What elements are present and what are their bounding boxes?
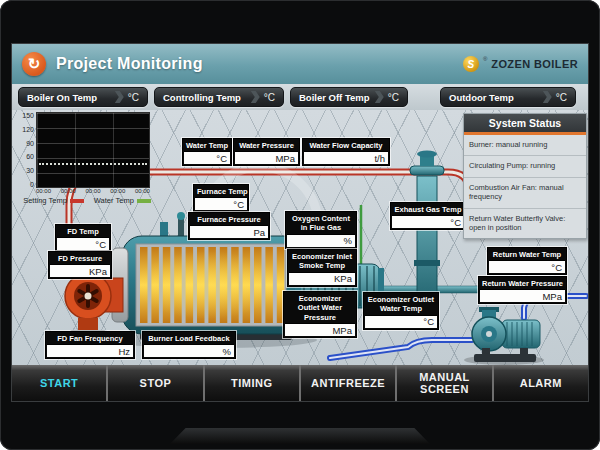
zozen-logo-icon: S xyxy=(463,56,479,72)
plant-mimic-area: 150 120 90 60 30 0 00:00 00:00 00:00 xyxy=(12,110,588,365)
gauge-unit: KPa xyxy=(89,266,107,277)
boiler-on-temp-button[interactable]: Boiler On Temp °C xyxy=(18,87,148,107)
chart-plot-area xyxy=(36,112,150,188)
chevron-icon xyxy=(375,91,384,103)
x-tick: 00:00 xyxy=(135,188,150,194)
button-unit: °C xyxy=(556,92,567,103)
gauge-unit: °C xyxy=(233,199,244,210)
system-status-panel: System Status Burner: manual running Cir… xyxy=(463,113,587,239)
gauge-value: % xyxy=(144,344,234,357)
button-label: Boiler Off Temp xyxy=(299,92,370,103)
gauge-unit: t/h xyxy=(374,153,385,164)
gauge-economizer-outlet-water-pressure: Economizer Outlet Water Pressure MPa xyxy=(283,291,357,338)
gauge-value: °C xyxy=(184,151,230,164)
nav-manual-screen-button[interactable]: MANUAL SCREEN xyxy=(395,365,491,401)
system-status-title: System Status xyxy=(464,114,586,135)
gauge-value: % xyxy=(287,234,355,247)
burner-fan xyxy=(65,273,123,337)
gauge-exhaust-gas-temp: Exhaust Gas Temp °C xyxy=(390,202,466,230)
chart-legend: Setting Temp Water Temp xyxy=(20,196,154,205)
gauge-label: FD Temp xyxy=(57,226,109,237)
gauge-water-pressure: Water Pressure MPa xyxy=(233,138,300,166)
gauge-water-temp: Water Temp °C xyxy=(182,138,232,166)
gauge-label: Water Temp xyxy=(184,140,230,151)
gauge-label: Oxygen Content in Flue Gas xyxy=(287,213,355,234)
page-title: Project Monitoring xyxy=(56,55,203,73)
gauge-label: Furnace Pressure xyxy=(190,214,268,225)
gauge-label: Return Water Temp xyxy=(489,249,565,260)
chart-x-axis: 00:00 00:00 00:00 00:00 00:00 xyxy=(36,188,150,194)
gauge-unit: MPa xyxy=(332,325,352,336)
gauge-return-water-temp: Return Water Temp °C xyxy=(487,247,567,275)
gauge-fd-pressure: FD Pressure KPa xyxy=(48,251,112,279)
y-tick: 60 xyxy=(26,153,34,160)
gauge-value: KPa xyxy=(289,272,355,285)
gauge-economizer-inlet-smoke-temp: Economizer Inlet Smoke Temp KPa xyxy=(287,249,357,287)
button-unit: °C xyxy=(388,92,399,103)
header-bar: ↻ Project Monitoring S ® ZOZEN BOILER xyxy=(12,44,588,84)
gauge-unit: °C xyxy=(551,262,562,273)
gauge-value: °C xyxy=(365,315,437,328)
gauge-value: °C xyxy=(392,215,464,228)
gauge-unit: Pa xyxy=(253,227,265,238)
chevron-icon xyxy=(115,91,124,103)
x-tick: 00:00 xyxy=(110,188,125,194)
controlling-temp-button[interactable]: Controlling Temp °C xyxy=(154,87,284,107)
nav-stop-button[interactable]: STOP xyxy=(106,365,202,401)
gauge-furnace-temp: Furnace Temp °C xyxy=(193,184,249,212)
gauge-unit: °C xyxy=(95,239,106,250)
gauge-unit: Hz xyxy=(118,346,130,357)
gauge-unit: °C xyxy=(423,316,434,327)
gauge-label: FD Pressure xyxy=(50,253,110,264)
gauge-label: FD Fan Frequency xyxy=(47,333,133,344)
gauge-unit: % xyxy=(223,346,231,357)
nav-timing-button[interactable]: TIMING xyxy=(203,365,299,401)
nav-antifreeze-button[interactable]: ANTIFREEZE xyxy=(299,365,395,401)
gauge-value: MPa xyxy=(285,323,355,336)
gauge-fd-fan-frequency: FD Fan Frequency Hz xyxy=(45,331,135,359)
temp-button-row: Boiler On Temp °C Controlling Temp °C Bo… xyxy=(12,84,588,110)
gauge-value: °C xyxy=(57,237,109,250)
brand-logo: S ® ZOZEN BOILER xyxy=(463,56,578,72)
gauge-unit: MPa xyxy=(542,291,562,302)
nav-start-button[interactable]: START xyxy=(12,365,106,401)
gauge-label: Return Water Pressure xyxy=(480,278,565,289)
status-item-circulating-pump: Circulating Pump: running xyxy=(464,156,586,177)
y-tick: 0 xyxy=(30,181,34,188)
chevron-icon xyxy=(543,91,552,103)
gauge-economizer-outlet-water-temp: Economizer Outlet Water Temp °C xyxy=(363,292,439,330)
gauge-label: Water Flow Capacity xyxy=(304,140,388,151)
status-item-burner: Burner: manual running xyxy=(464,135,586,156)
legend-setting-temp: Setting Temp xyxy=(23,196,67,205)
boiler-off-temp-button[interactable]: Boiler Off Temp °C xyxy=(290,87,408,107)
y-tick: 150 xyxy=(22,112,34,119)
legend-water-temp: Water Temp xyxy=(94,196,134,205)
chart-y-axis: 150 120 90 60 30 0 xyxy=(20,112,36,188)
gauge-value: °C xyxy=(489,260,565,273)
status-item-combustion-air-fan: Combustion Air Fan: manual frequency xyxy=(464,178,586,209)
x-tick: 00:00 xyxy=(61,188,76,194)
device-bezel: ↻ Project Monitoring S ® ZOZEN BOILER Bo… xyxy=(0,0,600,450)
gauge-unit: °C xyxy=(216,153,227,164)
gauge-label: Economizer Outlet Water Pressure xyxy=(285,293,355,323)
gauge-water-flow-capacity: Water Flow Capacity t/h xyxy=(302,138,390,166)
outdoor-temp-button[interactable]: Outdoor Temp °C xyxy=(440,87,576,107)
nav-alarm-button[interactable]: ALARM xyxy=(492,365,588,401)
gauge-unit: MPa xyxy=(275,153,295,164)
gauge-label: Burner Load Feedback xyxy=(144,333,234,344)
gauge-unit: % xyxy=(344,235,352,246)
gauge-fd-temp: FD Temp °C xyxy=(55,224,111,252)
circulating-pump xyxy=(464,307,544,365)
chevron-icon xyxy=(251,91,260,103)
gauge-label: Economizer Inlet Smoke Temp xyxy=(289,251,355,272)
y-tick: 90 xyxy=(26,140,34,147)
device-stand-edge xyxy=(170,428,430,444)
x-tick: 00:00 xyxy=(36,188,51,194)
gauge-burner-load-feedback: Burner Load Feedback % xyxy=(142,331,236,359)
gauge-value: Pa xyxy=(190,225,268,238)
burner-flame-logo-icon: ↻ xyxy=(22,52,46,76)
gauge-unit: °C xyxy=(450,217,461,228)
gauge-oxygen-content: Oxygen Content in Flue Gas % xyxy=(285,211,357,249)
x-tick: 00:00 xyxy=(85,188,100,194)
bottom-nav-bar: START STOP TIMING ANTIFREEZE MANUAL SCRE… xyxy=(12,365,588,401)
